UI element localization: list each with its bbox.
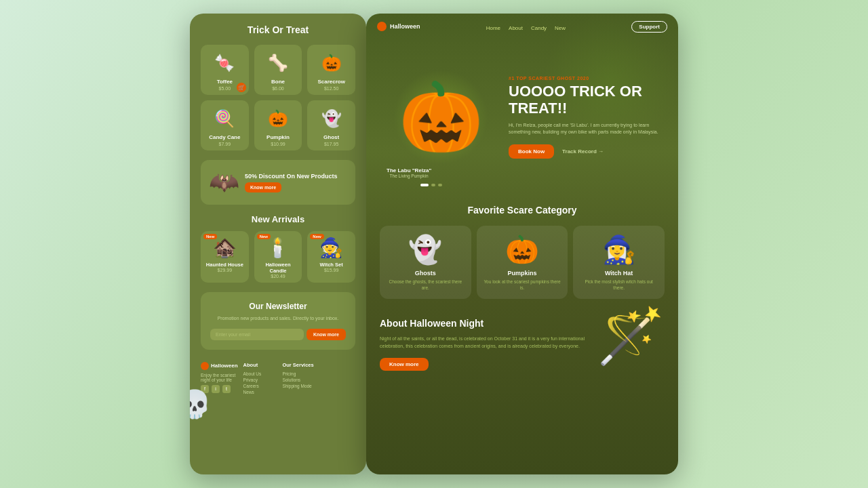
scare-card-witch-hat[interactable]: 🧙‍♀️ Witch Hat Pick the most stylish wit…: [573, 226, 665, 299]
hero-title: UOOOO TRICK OR TREAT!!: [509, 83, 665, 116]
pumpkin-emoji: 🎃: [399, 77, 484, 157]
product-card[interactable]: 🦴 Bone $6.00: [254, 45, 302, 95]
promo-button[interactable]: Know more: [245, 182, 281, 192]
nav-logo-text: Halloween: [390, 23, 420, 30]
product-price-bone: $6.00: [258, 86, 298, 91]
promo-text: 50% Discount On New Products: [245, 173, 338, 180]
hero-dot-2[interactable]: [431, 184, 435, 186]
scare-name-witch-hat: Witch Hat: [578, 270, 659, 277]
nav-candy-link[interactable]: Candy: [531, 25, 547, 31]
hero-dots: [420, 184, 442, 186]
footer-logo: Halloween: [201, 362, 238, 370]
newsletter-email-input[interactable]: [210, 329, 304, 340]
arrival-card-witch[interactable]: New 🧙 Witch Set $15.99: [307, 231, 355, 283]
footer-about-col: About About Us Privacy Careers News: [243, 362, 277, 396]
arrival-name-candle: Halloween Candle: [258, 262, 298, 274]
product-card[interactable]: 🍭 Candy Cane $7.99: [201, 100, 249, 150]
hero-tag: #1 TOP SCARIEST GHOST 2020: [509, 76, 665, 81]
scare-card-ghosts[interactable]: 👻 Ghosts Choose the ghosts, the scariest…: [380, 226, 471, 299]
product-card[interactable]: 🎃 Scarecrow $12.50: [307, 45, 355, 95]
nav-home-link[interactable]: Home: [486, 25, 500, 31]
newsletter-submit-button[interactable]: Know more: [307, 329, 346, 340]
new-badge-candle: New: [257, 234, 271, 239]
product-name-ghost: Ghost: [311, 134, 351, 140]
footer-services-col: Our Services Pricing Solutions Shipping …: [282, 362, 316, 396]
nav-support-button[interactable]: Support: [631, 21, 667, 33]
footer-careers-link[interactable]: Careers: [243, 384, 277, 388]
hero-actions: Book Now Track Record →: [509, 144, 665, 159]
about-title: About Halloween Night: [380, 318, 587, 329]
footer-about-title: About: [243, 362, 277, 368]
scene: Trick Or Treat 🍬 Toffee $5.00 🛒 🦴 Bone $…: [0, 0, 868, 488]
product-card[interactable]: 👻 Ghost $17.95: [307, 100, 355, 150]
scare-desc-ghosts: Choose the ghosts, the scariest there ar…: [385, 279, 466, 291]
product-name-candy-cane: Candy Cane: [205, 134, 245, 140]
arrival-price-candle: $20.49: [258, 274, 298, 279]
arrival-price-haunted: $29.99: [205, 268, 245, 272]
about-content: About Halloween Night Night of all the s…: [380, 318, 587, 371]
product-card[interactable]: 🍬 Toffee $5.00 🛒: [201, 45, 249, 95]
scare-card-pumpkins[interactable]: 🎃 Pumpkins You look at the scariest pump…: [477, 226, 568, 299]
nav-logo-icon: [377, 22, 387, 31]
footer-about-us-link[interactable]: About Us: [243, 371, 277, 376]
arrival-emoji-haunted: 🏚️: [205, 237, 245, 259]
product-name-pumpkin: Pumpkin: [258, 134, 298, 140]
footer-section: Halloween Enjoy the scariest night of yo…: [201, 359, 355, 396]
nav-new-link[interactable]: New: [555, 25, 566, 31]
left-card: Trick Or Treat 🍬 Toffee $5.00 🛒 🦴 Bone $…: [190, 14, 366, 474]
product-emoji-candy-cane: 🍭: [212, 106, 237, 131]
hero-slide-label: The Labu "Relza" The Living Pumpkin: [387, 167, 431, 178]
instagram-icon[interactable]: i: [212, 385, 220, 393]
arrival-emoji-candle: 🕯️: [258, 237, 298, 259]
ghost-character: 💀: [190, 388, 212, 420]
newsletter-title: Our Newsletter: [210, 302, 346, 311]
scare-section: Favorite Scare Category 👻 Ghosts Choose …: [366, 195, 678, 308]
product-emoji-bone: 🦴: [265, 50, 291, 76]
twitter-icon[interactable]: t: [222, 385, 231, 393]
arrival-name-witch: Witch Set: [311, 262, 351, 268]
hero-pumpkin-area: 🎃 The Labu "Relza" The Living Pumpkin: [380, 43, 502, 192]
promo-bat-icon: 🦇: [209, 168, 239, 197]
product-price-scarecrow: $12.50: [311, 86, 351, 91]
trick-or-treat-title: Trick Or Treat: [201, 24, 355, 35]
nav-about-link[interactable]: About: [509, 25, 523, 31]
ghost-scare-icon: 👻: [385, 234, 466, 266]
product-emoji-scarecrow: 🎃: [319, 50, 344, 76]
arrival-card-haunted[interactable]: New 🏚️ Haunted House $29.99: [201, 231, 249, 283]
footer-privacy-link[interactable]: Privacy: [243, 378, 277, 382]
scare-name-ghosts: Ghosts: [385, 270, 466, 277]
know-more-button[interactable]: Know more: [380, 358, 429, 371]
new-badge-witch: New: [310, 234, 323, 239]
footer-news-link[interactable]: News: [243, 390, 277, 394]
footer-logo-icon: [201, 362, 209, 370]
arrival-card-candle[interactable]: New 🕯️ Halloween Candle $20.49: [254, 231, 302, 283]
hero-dot-1[interactable]: [420, 184, 429, 186]
scare-section-title: Favorite Scare Category: [380, 205, 665, 216]
scare-desc-witch-hat: Pick the most stylish witch hats out the…: [578, 279, 659, 291]
track-record-button[interactable]: Track Record →: [562, 148, 604, 155]
hero-content: #1 TOP SCARIEST GHOST 2020 UOOOO TRICK O…: [502, 76, 665, 158]
slide-name: The Labu "Relza": [387, 167, 431, 174]
footer-tagline: Enjoy the scariest night of your life: [201, 373, 238, 382]
footer-solutions-link[interactable]: Solutions: [282, 378, 316, 382]
pumpkin-scare-icon: 🎃: [482, 234, 563, 266]
cart-badge-toffee[interactable]: 🛒: [237, 83, 246, 92]
footer-shipping-link[interactable]: Shipping Mode: [282, 384, 316, 388]
witch-hat-scare-icon: 🧙‍♀️: [578, 234, 659, 266]
right-card: Halloween Home About Candy New Support 🎃…: [366, 14, 678, 474]
book-now-button[interactable]: Book Now: [509, 144, 554, 159]
nav-logo: Halloween: [377, 22, 420, 31]
newsletter-subtitle: Promotion new products and sales. Direct…: [210, 315, 346, 322]
product-card[interactable]: 🎃 Pumpkin $10.99: [254, 100, 302, 150]
product-name-bone: Bone: [258, 79, 298, 85]
nav-links: Home About Candy New: [486, 20, 566, 33]
product-name-scarecrow: Scarecrow: [311, 79, 351, 85]
hero-dot-3[interactable]: [438, 184, 442, 186]
about-section: About Halloween Night Night of all the s…: [366, 308, 678, 380]
footer-brand-name: Halloween: [211, 363, 238, 369]
product-price-pumpkin: $10.99: [258, 142, 298, 146]
new-arrivals-title: New Arrivals: [201, 214, 355, 224]
product-emoji-ghost: 👻: [319, 106, 344, 131]
newsletter-section: Our Newsletter Promotion new products an…: [201, 292, 355, 350]
footer-pricing-link[interactable]: Pricing: [282, 371, 316, 376]
